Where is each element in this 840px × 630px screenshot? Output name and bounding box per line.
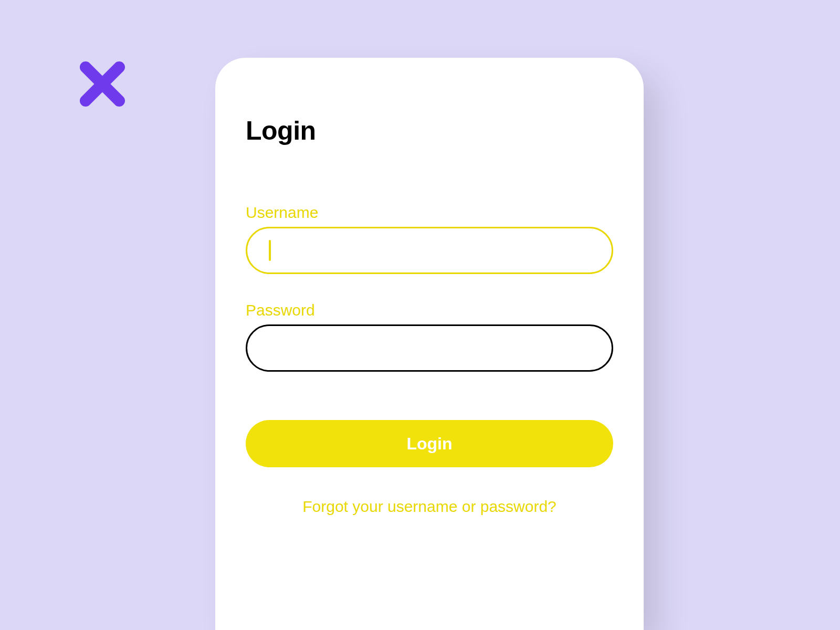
username-input[interactable] [246,227,613,274]
password-group: Password [246,301,613,372]
password-input[interactable] [246,324,613,372]
close-icon[interactable] [76,58,129,110]
forgot-credentials-link[interactable]: Forgot your username or password? [246,498,613,516]
password-input-wrap [246,324,613,372]
password-label: Password [246,301,613,319]
text-cursor-icon [269,240,271,261]
page-title: Login [246,116,613,146]
login-card: Login Username Password Login Forgot you… [215,58,644,630]
username-group: Username [246,204,613,274]
username-label: Username [246,204,613,222]
username-input-wrap [246,227,613,274]
login-button[interactable]: Login [246,420,613,467]
